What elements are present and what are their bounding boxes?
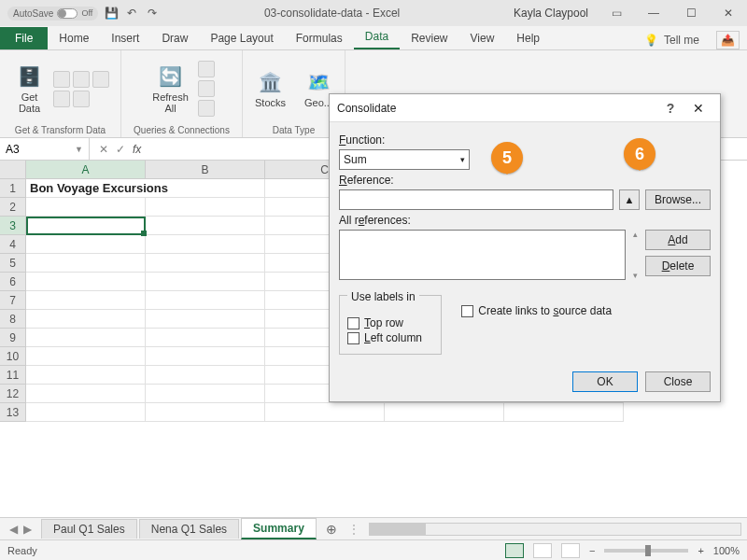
recent-sources-icon[interactable] — [53, 91, 70, 107]
row-5[interactable]: 5 — [0, 254, 26, 273]
zoom-slider[interactable] — [604, 549, 688, 553]
from-table-icon[interactable] — [92, 71, 109, 88]
row-7[interactable]: 7 — [0, 291, 26, 310]
col-a[interactable]: A — [26, 161, 146, 179]
scroll-up-icon[interactable]: ▴ — [633, 230, 638, 239]
cell[interactable] — [146, 366, 265, 385]
row-2[interactable]: 2 — [0, 198, 26, 217]
tab-home[interactable]: Home — [48, 27, 100, 49]
autosave-toggle[interactable]: AutoSave Off — [7, 7, 98, 21]
tab-page-layout[interactable]: Page Layout — [199, 27, 284, 49]
zoom-level[interactable]: 100% — [713, 545, 740, 556]
cell[interactable] — [26, 347, 146, 366]
delete-button[interactable]: Delete — [645, 256, 711, 276]
from-text-icon[interactable] — [53, 71, 70, 88]
cancel-formula-icon[interactable]: ✕ — [99, 143, 108, 156]
row-1[interactable]: 1 — [0, 179, 26, 198]
tab-formulas[interactable]: Formulas — [285, 27, 354, 49]
left-column-checkbox[interactable]: Left column — [347, 331, 433, 344]
from-web-icon[interactable] — [73, 71, 90, 88]
tab-review[interactable]: Review — [400, 27, 458, 49]
cell-a1[interactable]: Bon Voyage Excursions — [26, 179, 265, 198]
queries-icon[interactable] — [198, 61, 215, 77]
sheet-tab-nena[interactable]: Nena Q1 Sales — [139, 519, 239, 539]
cell[interactable] — [26, 366, 146, 385]
cell[interactable] — [146, 291, 265, 310]
get-data-button[interactable]: 🗄️ Get Data — [12, 62, 48, 116]
cell[interactable] — [146, 254, 265, 273]
cell[interactable] — [146, 385, 265, 403]
cell[interactable] — [146, 235, 265, 254]
fx-icon[interactable]: fx — [133, 143, 141, 156]
reference-input[interactable] — [339, 189, 613, 210]
row-3[interactable]: 3 — [0, 217, 26, 235]
cell-a3[interactable] — [26, 217, 146, 235]
share-icon[interactable]: 📤 — [716, 31, 740, 49]
cell[interactable] — [146, 198, 265, 217]
normal-view-button[interactable] — [505, 543, 524, 558]
page-break-view-button[interactable] — [561, 543, 580, 558]
zoom-out-button[interactable]: − — [589, 545, 595, 556]
refresh-all-button[interactable]: 🔄 Refresh All — [148, 62, 192, 116]
top-row-checkbox[interactable]: Top row — [347, 316, 433, 329]
properties-icon[interactable] — [198, 80, 215, 97]
sheet-nav-next-icon[interactable]: ▶ — [23, 523, 32, 536]
undo-icon[interactable]: ↶ — [124, 6, 139, 21]
cell[interactable] — [26, 329, 146, 347]
add-sheet-button[interactable]: ⊕ — [318, 522, 345, 537]
row-10[interactable]: 10 — [0, 347, 26, 366]
row-9[interactable]: 9 — [0, 329, 26, 347]
cell[interactable] — [146, 217, 265, 235]
row-8[interactable]: 8 — [0, 310, 26, 329]
tab-data[interactable]: Data — [354, 25, 400, 49]
cell[interactable] — [504, 403, 624, 422]
minimize-button[interactable]: — — [635, 0, 672, 26]
tab-view[interactable]: View — [459, 27, 506, 49]
zoom-in-button[interactable]: + — [698, 545, 703, 556]
row-6[interactable]: 6 — [0, 273, 26, 291]
user-name[interactable]: Kayla Claypool — [504, 7, 598, 20]
ok-button[interactable]: OK — [572, 371, 638, 392]
dialog-help-button[interactable]: ? — [656, 101, 684, 116]
name-box[interactable]: A3 ▼ — [0, 138, 90, 160]
function-select[interactable]: Sum ▾ — [339, 149, 470, 170]
browse-button[interactable]: Browse... — [645, 189, 711, 210]
create-links-checkbox[interactable]: Create links to source data — [461, 304, 612, 317]
tab-draw[interactable]: Draw — [150, 27, 199, 49]
cell[interactable] — [146, 273, 265, 291]
col-b[interactable]: B — [146, 161, 265, 179]
dialog-close-button[interactable]: ✕ — [684, 101, 712, 116]
cell[interactable] — [265, 403, 385, 422]
cell[interactable] — [26, 273, 146, 291]
sheet-tab-summary[interactable]: Summary — [241, 518, 317, 539]
tab-insert[interactable]: Insert — [100, 27, 150, 49]
tab-file[interactable]: File — [0, 27, 48, 49]
page-layout-view-button[interactable] — [533, 543, 552, 558]
cell[interactable] — [26, 291, 146, 310]
row-4[interactable]: 4 — [0, 235, 26, 254]
horizontal-scrollbar[interactable] — [369, 523, 741, 536]
cell[interactable] — [26, 403, 146, 422]
maximize-button[interactable]: ☐ — [672, 0, 710, 26]
cell[interactable] — [146, 329, 265, 347]
enter-formula-icon[interactable]: ✓ — [116, 143, 125, 156]
stocks-button[interactable]: 🏛️ Stocks — [251, 67, 289, 110]
cell[interactable] — [385, 403, 504, 422]
cell[interactable] — [26, 254, 146, 273]
close-window-button[interactable]: ✕ — [710, 0, 747, 26]
sheet-tab-paul[interactable]: Paul Q1 Sales — [41, 519, 137, 539]
cell[interactable] — [146, 310, 265, 329]
all-references-list[interactable] — [339, 230, 626, 280]
cell[interactable] — [26, 198, 146, 217]
redo-icon[interactable]: ↷ — [145, 6, 160, 21]
row-11[interactable]: 11 — [0, 366, 26, 385]
cell[interactable] — [146, 403, 265, 422]
tell-me[interactable]: Tell me — [664, 34, 699, 47]
scroll-down-icon[interactable]: ▾ — [633, 271, 638, 280]
sheet-nav-prev-icon[interactable]: ◀ — [9, 523, 18, 536]
edit-links-icon[interactable] — [198, 100, 215, 117]
cell[interactable] — [146, 347, 265, 366]
add-button[interactable]: Add — [645, 230, 711, 250]
select-all-corner[interactable] — [0, 161, 26, 179]
existing-conn-icon[interactable] — [73, 91, 90, 107]
